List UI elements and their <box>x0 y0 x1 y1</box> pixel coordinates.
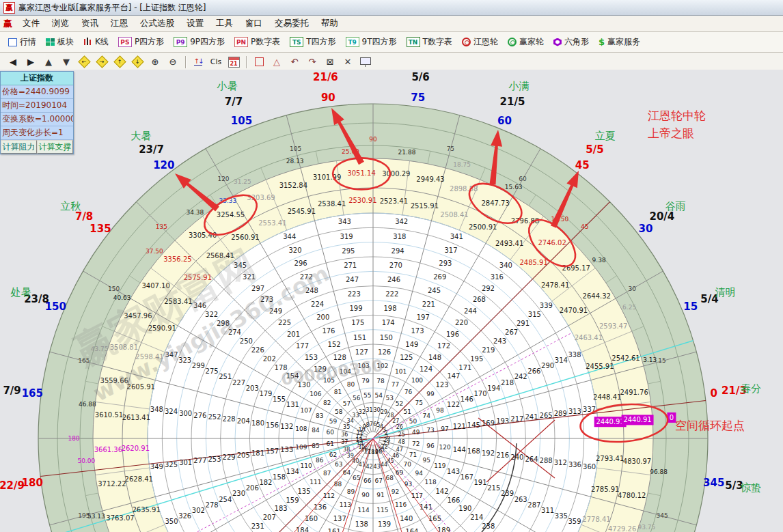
menu-item-5[interactable]: 公式选股 <box>134 17 180 30</box>
percent-ring-value: 93.75 <box>638 524 656 531</box>
time-updown-button[interactable]: ↑↓ <box>190 54 206 70</box>
toolbar-item-赢家轮[interactable]: 赢家轮 <box>503 34 549 50</box>
toolbar-label: T四方形 <box>306 36 335 48</box>
menu-item-10[interactable]: 帮助 <box>315 17 344 30</box>
prev-button[interactable]: ◀ <box>5 54 21 70</box>
toolbar-item-9P四方形[interactable]: P99P四方形 <box>169 34 230 50</box>
spiral-number: 122 <box>447 401 460 408</box>
page-down-button[interactable]: ▼ <box>58 54 74 70</box>
rotate-left-step-button[interactable]: ← <box>76 54 92 70</box>
calc-resistance-button[interactable]: 计算阻力 <box>1 140 37 154</box>
spiral-number: 200 <box>316 313 329 321</box>
spiral-number: 265 <box>540 412 553 419</box>
spiral-number: 141 <box>420 503 432 511</box>
calc-support-button[interactable]: 计算支撑 <box>37 140 73 154</box>
spiral-number: 250 <box>240 337 253 345</box>
calendar-button[interactable]: 21 <box>225 54 242 70</box>
spiral-number: 318 <box>393 233 406 240</box>
spiral-number: 348 <box>150 406 163 413</box>
spiral-number: 205 <box>237 451 250 459</box>
gann-wheel-icon <box>462 38 471 46</box>
zoom-out-button[interactable]: ⊖ <box>165 54 181 70</box>
menu-item-2[interactable]: 浏览 <box>46 17 75 30</box>
toolbar-item-行情[interactable]: 行情 <box>3 34 41 50</box>
price-ring-value: 3661.36 <box>94 446 122 453</box>
menu-item-3[interactable]: 资讯 <box>75 17 105 30</box>
toolbar-item-9T四方形[interactable]: T99T四方形 <box>341 34 402 50</box>
toolbar-label: K线 <box>95 36 109 48</box>
spiral-number: 144 <box>453 446 466 453</box>
spiral-number: 30 <box>373 407 380 413</box>
spiral-number: 171 <box>458 364 471 372</box>
step-up-button[interactable]: ↑ <box>111 54 128 70</box>
menu-item-1[interactable]: 文件 <box>16 17 46 30</box>
spiral-number: 87 <box>323 470 331 477</box>
spiral-number: 52 <box>396 400 403 407</box>
spiral-number: 37 <box>341 439 348 445</box>
spiral-number: 194 <box>487 384 500 392</box>
toolbar-item-K线[interactable]: K线 <box>79 34 113 50</box>
spiral-number: 181 <box>251 449 264 457</box>
spiral-number: 57 <box>343 400 351 407</box>
spiral-number: 244 <box>464 307 477 315</box>
toolbar-item-赢家服务[interactable]: $赢家服务 <box>594 34 645 50</box>
spiral-number: 315 <box>528 311 541 318</box>
price-ring-value: 2553.41 <box>258 219 286 227</box>
rotate-right-step-button[interactable]: → <box>94 54 110 70</box>
spiral-number: 64 <box>343 469 351 476</box>
zoom-in-button[interactable]: ⊕ <box>147 54 163 70</box>
service-icon: $ <box>599 37 605 47</box>
toolbar-item-六角形[interactable]: 六角形 <box>549 34 594 50</box>
menu-bar: 赢 文件浏览资讯江恩公式选股设置工具窗口交易委托帮助 <box>0 16 783 32</box>
quote-row-1: 价格=2440.9099 <box>1 85 73 99</box>
rotate-ccw-button[interactable]: ↶ <box>286 54 303 70</box>
rotate-cw-button[interactable]: ↷ <box>304 54 320 70</box>
triangle-tool-button[interactable]: △ <box>269 54 285 70</box>
spiral-number: 207 <box>263 514 276 521</box>
box-x-button[interactable]: ⊠ <box>322 54 338 70</box>
step-down-button[interactable]: ↓ <box>129 54 146 70</box>
grid-icon <box>8 38 17 46</box>
spiral-number: 80 <box>347 381 355 388</box>
p9-badge: P9 <box>174 37 187 47</box>
square-tool-button[interactable] <box>251 54 267 70</box>
cls-button[interactable]: Cls <box>208 54 224 70</box>
menu-item-4[interactable]: 江恩 <box>105 17 134 30</box>
menu-item-8[interactable]: 窗口 <box>239 17 269 30</box>
spiral-number: 278 <box>206 501 219 509</box>
toolbar-item-P四方形[interactable]: PSP四方形 <box>113 34 169 50</box>
price-ring-value: 3000.29 <box>382 170 410 178</box>
toolbar-item-板块[interactable]: 板块 <box>41 34 79 50</box>
pn-badge: PN <box>234 37 248 47</box>
menu-items: 文件浏览资讯江恩公式选股设置工具窗口交易委托帮助 <box>16 17 344 30</box>
spiral-number: 113 <box>340 501 351 508</box>
menu-item-7[interactable]: 工具 <box>210 17 239 30</box>
toolbar-item-T数字表[interactable]: TNT数字表 <box>402 34 457 50</box>
next-button[interactable]: ▶ <box>23 54 39 70</box>
menu-item-6[interactable]: 设置 <box>180 17 210 30</box>
gann-wheel[interactable]: 1234567891011121314151617181920212223242… <box>0 70 783 532</box>
toolbar-item-江恩轮[interactable]: 江恩轮 <box>457 34 503 50</box>
price-ring-value: 3152.84 <box>279 182 307 189</box>
menu-item-9[interactable]: 交易委托 <box>269 17 315 30</box>
spiral-number: 229 <box>223 453 236 461</box>
page-up-button[interactable]: ▲ <box>40 54 57 70</box>
toolbar-item-T四方形[interactable]: TST四方形 <box>285 34 340 50</box>
toolbar-item-P数字表[interactable]: PNP数字表 <box>230 34 285 50</box>
app-logo-small-icon: 赢 <box>3 18 13 29</box>
spiral-number: 161 <box>328 528 341 532</box>
spiral-number: 339 <box>540 302 553 309</box>
spiral-number: 53 <box>386 395 394 402</box>
spiral-number: 324 <box>165 408 178 415</box>
spiral-number: 79 <box>361 378 370 384</box>
spiral-number: 183 <box>275 505 288 512</box>
price-ring-value: 2448.41 <box>593 393 621 401</box>
chart-area[interactable]: 1234567891011121314151617181920212223242… <box>0 70 783 532</box>
spiral-number: 117 <box>411 492 423 499</box>
price-ring-value: 2793.41 <box>596 455 624 462</box>
ts-badge: TS <box>290 37 303 47</box>
presentation-button[interactable] <box>357 54 374 70</box>
percent-ring-value: 53.13 <box>87 513 105 520</box>
collapse-button[interactable]: ✕ <box>340 54 356 70</box>
outer-date-label: 21/6 <box>313 71 338 83</box>
